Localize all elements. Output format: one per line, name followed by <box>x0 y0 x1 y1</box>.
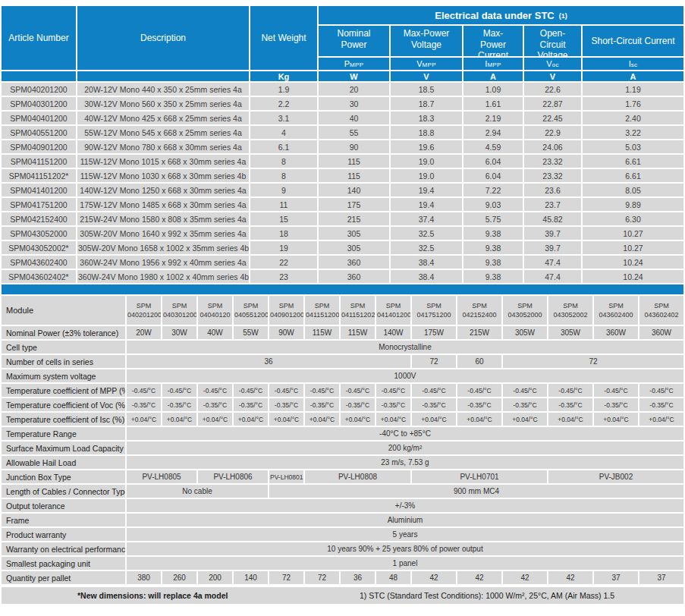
spec-row-label: Cell type <box>2 341 125 354</box>
net-weight-cell: 8 <box>250 155 317 168</box>
product-row: SPM041151200115W-12V Mono 1015 x 668 x 3… <box>2 155 683 168</box>
spec-value-cell: -0.45/°C <box>341 384 375 397</box>
article-number-cell: SPM040201200 <box>2 83 76 96</box>
spec-value-cell: -0.45/°C <box>198 384 232 397</box>
spec-value-cell: 200 kg/m² <box>127 442 683 454</box>
impp-value-cell: 7.22 <box>463 184 523 196</box>
spec-row-label: Number of cells in series <box>2 355 125 368</box>
voc-value-cell: 39.7 <box>524 241 581 254</box>
impp-unit-cell: A <box>463 71 523 81</box>
vmpp-value-cell: 19.4 <box>391 184 462 196</box>
pmpp-value-cell: 115 <box>319 169 389 182</box>
spec-value-cell: +0.04/°C <box>162 413 196 426</box>
vmpp-value-cell: 32.5 <box>391 227 462 240</box>
stc-footnote-marker: (1) <box>559 12 567 20</box>
spec-value-cell: -0.35/°C <box>639 398 683 411</box>
module-column-header: SPM 041751200 <box>412 296 456 325</box>
module-row-label: Module <box>2 296 125 325</box>
isc-value-cell: 10.24 <box>583 270 683 283</box>
top-table-body: SPM04020120020W-12V Mono 440 x 350 x 25m… <box>2 83 683 283</box>
spec-value-cell: 30W <box>162 326 196 339</box>
spec-value-cell: 175W <box>412 326 456 339</box>
isc-value-cell: 3.22 <box>583 126 683 139</box>
spec-value-cell: 72 <box>503 355 683 368</box>
spec-value-cell: 900 mm MC4 <box>269 485 683 498</box>
article-number-cell: SPM040901200 <box>2 140 76 153</box>
voc-unit-cell: V <box>524 71 581 81</box>
spec-value-cell: -0.35/°C <box>503 398 547 411</box>
spec-value-cell: -0.45/°C <box>234 384 268 397</box>
weight-unit-cell: Kg <box>250 71 317 81</box>
spec-value-cell: +0.04/°C <box>127 413 161 426</box>
vmpp-value-cell: 19.0 <box>391 169 462 182</box>
spec-value-cell: 72 <box>269 571 303 584</box>
vmpp-value-cell: 18.7 <box>391 97 462 110</box>
spec-value-cell: 36 <box>341 571 375 584</box>
isc-unit-cell: A <box>583 71 683 81</box>
spec-value-cell: -0.45/°C <box>162 384 196 397</box>
spec-value-cell: -0.35/°C <box>548 398 592 411</box>
description-cell: 55W-12V Mono 545 x 668 x 25mm series 4a <box>77 126 249 139</box>
spec-value-cell: 42 <box>548 571 592 584</box>
spec-value-cell: PV-LH0808 <box>305 470 410 483</box>
isc-value-cell: 9.89 <box>583 198 683 211</box>
description-cell: 175W-12V Mono 1485 x 668 x 30mm series 4… <box>77 198 249 211</box>
module-column-header: SPM 040201200 <box>127 296 161 325</box>
impp-value-cell: 9.38 <box>463 227 523 240</box>
spec-value-cell: -0.45/°C <box>503 384 547 397</box>
net-weight-cell: 4 <box>250 126 317 139</box>
spec-value-cell: -0.35/°C <box>412 398 456 411</box>
pmpp-value-cell: 305 <box>319 241 389 254</box>
voc-value-cell: 22.9 <box>524 126 581 139</box>
spec-value-cell: PV-LH0806 <box>198 470 268 483</box>
article-number-header: Article Number <box>2 6 76 70</box>
spec-row-label: Surface Maximum Load Capacity <box>2 442 125 454</box>
description-cell: 115W-12V Mono 1015 x 668 x 30mm series 4… <box>77 155 249 168</box>
spec-value-cell: -0.35/°C <box>234 398 268 411</box>
voc-value-cell: 23.6 <box>524 184 581 196</box>
product-row: SPM041401200140W-12V Mono 1250 x 668 x 3… <box>2 184 683 196</box>
net-weight-cell: 23 <box>250 270 317 283</box>
impp-value-cell: 4.59 <box>463 140 523 153</box>
pmpp-value-cell: 175 <box>319 198 389 211</box>
module-spec-table: Module SPM 040201200SPM 040301200SPM 040… <box>0 294 685 586</box>
module-column-header: SPM 043052002 <box>548 296 592 325</box>
product-row: SPM04090120090W-12V Mono 780 x 668 x 30m… <box>2 140 683 153</box>
nominal-power-header: Nominal Power <box>319 26 389 56</box>
module-column-header: SPM 041151202 <box>341 296 375 325</box>
product-row: SPM043602400360W-24V Mono 1956 x 992 x 4… <box>2 256 683 269</box>
vmpp-value-cell: 18.3 <box>391 112 462 124</box>
voc-value-cell: 23.7 <box>524 198 581 211</box>
spec-value-cell: 360W <box>639 326 683 339</box>
spec-value-cell: -40°C to +85°C <box>127 427 683 440</box>
max-power-voltage-header: Max-Power Voltage <box>391 26 462 56</box>
open-circuit-voltage-header: Open- Circuit Voltage <box>524 26 581 56</box>
spec-value-cell: 37 <box>594 571 638 584</box>
spec-value-cell: -0.45/°C <box>127 384 161 397</box>
vmpp-value-cell: 19.0 <box>391 155 462 168</box>
product-row: SPM041151202*115W-12V Mono 1030 x 668 x … <box>2 169 683 182</box>
article-number-cell: SPM043602402* <box>2 270 76 283</box>
impp-value-cell: 2.19 <box>463 112 523 124</box>
spec-value-cell: 40W <box>198 326 232 339</box>
spec-row: Quantity per pallet380260200140727236484… <box>2 571 683 584</box>
spec-value-cell: 42 <box>457 571 501 584</box>
spec-value-cell: +0.04/°C <box>548 413 592 426</box>
spec-value-cell: -0.35/°C <box>162 398 196 411</box>
spec-value-cell: +0.04/°C <box>594 413 638 426</box>
pmpp-value-cell: 30 <box>319 97 389 110</box>
description-cell: 30W-12V Mono 560 x 350 x 25mm series 4a <box>77 97 249 110</box>
voc-value-cell: 45.82 <box>524 212 581 225</box>
spec-value-cell: +0.04/°C <box>341 413 375 426</box>
pmpp-value-cell: 115 <box>319 155 389 168</box>
spec-row: Number of cells in series36726072 <box>2 355 683 368</box>
spec-row-label: Temperature coefficient of Voc (%) <box>2 398 125 411</box>
spec-row: Temperature coefficient of MPP (%)-0.45/… <box>2 384 683 397</box>
spec-row: Temperature Range-40°C to +85°C <box>2 427 683 440</box>
spec-row-label: Length of Cables / Connector Type <box>2 485 125 498</box>
spec-value-cell: 72 <box>412 355 456 368</box>
spec-value-cell: -0.45/°C <box>305 384 339 397</box>
product-row: SPM043052002*305W-20V Mono 1658 x 1002 x… <box>2 241 683 254</box>
vmpp-value-cell: 19.6 <box>391 140 462 153</box>
module-column-header: SPM 041401200 <box>376 296 410 325</box>
